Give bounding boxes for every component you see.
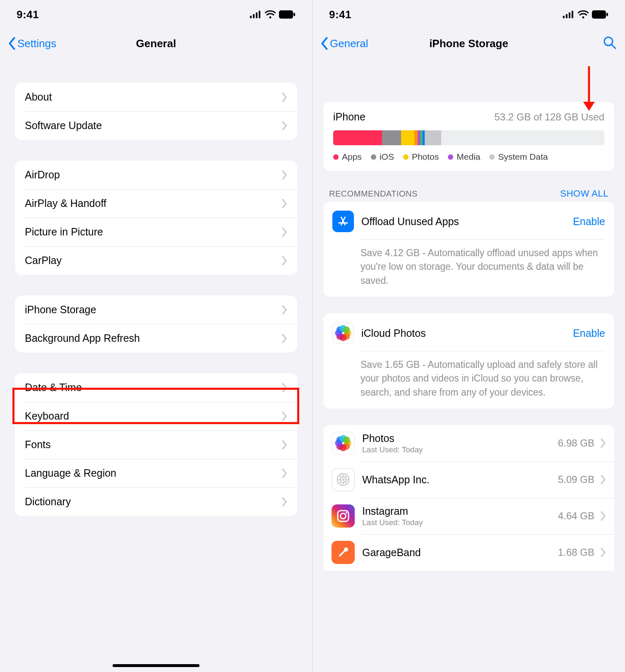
chevron-right-icon [281,469,287,478]
app-info: PhotosLast Used: Today [362,432,558,454]
recommendation-header: iCloud PhotosEnable [323,313,614,351]
chevron-right-icon [281,93,287,102]
chevron-right-icon [600,475,606,484]
legend-label: Photos [412,152,439,162]
app-row-instagram[interactable]: InstagramLast Used: Today4.64 GB [323,498,614,534]
recommendation-description: Save 1.65 GB - Automatically upload and … [323,351,614,399]
cellular-icon [250,11,262,18]
legend-item: Apps [333,152,362,162]
row-label: AirDrop [25,169,281,181]
wifi-icon [265,10,276,19]
app-info: GarageBand [362,547,558,559]
storage-bar-segment [425,130,441,145]
chevron-right-icon [281,305,287,314]
svg-rect-9 [569,12,570,18]
app-row-garageband[interactable]: GarageBand1.68 GB [323,534,614,571]
app-row-whatsapp-inc-[interactable]: WhatsApp Inc.5.09 GB [323,461,614,498]
battery-icon [592,10,608,19]
settings-row-language-region[interactable]: Language & Region [15,459,297,487]
row-label: Background App Refresh [25,332,281,344]
settings-row-date-time[interactable]: Date & Time [15,373,297,402]
search-button[interactable] [603,36,617,51]
legend-dot-icon [489,154,495,160]
nav-bar: General iPhone Storage [312,29,625,58]
settings-row-airplay-handoff[interactable]: AirPlay & Handoff [15,189,297,218]
settings-row-background-app-refresh[interactable]: Background App Refresh [15,324,297,353]
svg-rect-8 [566,14,567,18]
status-bar: 9:41 [312,0,625,29]
settings-row-picture-in-picture[interactable]: Picture in Picture [15,218,297,246]
recommendation-card: Offload Unused AppsEnableSave 4.12 GB - … [323,202,614,297]
status-time: 9:41 [17,8,39,21]
app-info: InstagramLast Used: Today [362,505,558,527]
legend-dot-icon [333,154,339,160]
svg-rect-10 [572,11,573,18]
wifi-icon [578,10,589,19]
settings-row-about[interactable]: About [15,83,297,111]
legend-label: iOS [380,152,394,162]
section-title: RECOMMENDATIONS [329,189,418,199]
row-label: Fonts [25,439,281,451]
settings-row-software-update[interactable]: Software Update [15,111,297,140]
home-indicator [113,664,200,667]
app-size: 6.98 GB [558,437,594,449]
storage-summary-card: iPhone 53.2 GB of 128 GB Used AppsiOSPho… [323,102,614,171]
status-icons [250,10,296,19]
settings-row-dictionary[interactable]: Dictionary [15,487,297,516]
svg-rect-6 [293,13,295,16]
chevron-right-icon [281,256,287,265]
svg-rect-2 [256,12,257,18]
chevron-right-icon [281,412,287,421]
row-label: Picture in Picture [25,226,281,238]
storage-legend: AppsiOSPhotosMediaSystem Data [333,152,604,162]
back-label: General [330,37,368,50]
storage-bar-segment [333,130,382,145]
enable-button[interactable]: Enable [573,216,605,228]
recommendation-description: Save 4.12 GB - Automatically offload unu… [323,240,614,288]
back-button[interactable]: Settings [8,37,56,50]
app-storage-list: PhotosLast Used: Today6.98 GBWhatsApp In… [323,425,614,571]
storage-bar-segment [382,130,401,145]
app-size: 1.68 GB [558,547,594,558]
show-all-link[interactable]: SHOW ALL [560,188,608,199]
recommendation-card: iCloud PhotosEnableSave 1.65 GB - Automa… [323,313,614,408]
legend-dot-icon [403,154,409,160]
legend-item: System Data [489,152,548,162]
legend-dot-icon [371,154,376,160]
whatsapp-icon [332,468,355,491]
svg-point-4 [269,17,272,19]
app-name: WhatsApp Inc. [362,474,558,486]
status-bar: 9:41 [0,0,312,29]
status-time: 9:41 [329,8,351,21]
settings-row-airdrop[interactable]: AirDrop [15,161,297,189]
app-last-used: Last Used: Today [362,518,558,527]
enable-button[interactable]: Enable [573,327,605,339]
back-label: Settings [17,37,56,50]
row-label: CarPlay [25,254,281,266]
settings-row-carplay[interactable]: CarPlay [15,246,297,275]
legend-label: Media [457,152,480,162]
app-row-photos[interactable]: PhotosLast Used: Today6.98 GB [323,425,614,461]
settings-row-iphone-storage[interactable]: iPhone Storage [15,295,297,324]
appstore-icon [332,211,354,232]
settings-row-fonts[interactable]: Fonts [15,430,297,459]
chevron-right-icon [281,199,287,208]
row-label: Language & Region [25,467,281,479]
recommendations-header: RECOMMENDATIONS SHOW ALL [323,188,614,199]
legend-label: Apps [342,152,362,162]
instagram-icon [332,504,355,528]
back-button[interactable]: General [321,37,368,50]
svg-rect-5 [279,10,293,19]
row-label: Software Update [25,120,281,132]
screenshot-general-settings: 9:41 Settings General AboutSoftware Upda… [0,0,312,672]
svg-rect-7 [563,16,565,18]
app-name: Instagram [362,505,558,517]
svg-point-29 [344,547,348,552]
chevron-right-icon [281,170,287,180]
chevron-left-icon [8,37,16,50]
row-label: Dictionary [25,496,281,508]
settings-row-keyboard[interactable]: Keyboard [15,402,297,430]
row-label: iPhone Storage [25,304,281,316]
chevron-right-icon [281,497,287,506]
legend-dot-icon [448,154,453,160]
